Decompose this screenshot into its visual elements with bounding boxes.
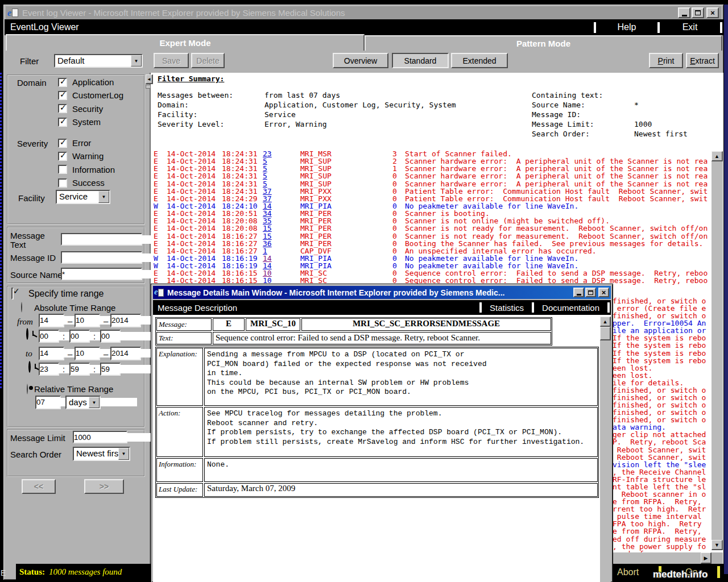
checkbox[interactable] [58,91,67,100]
scrollbar-track[interactable] [600,340,611,582]
chevron-down-icon[interactable] [118,448,129,460]
checkbox[interactable] [58,139,67,148]
tab-pattern-mode[interactable]: Pattern Mode [365,35,722,51]
message-severity: E [213,318,245,331]
checkbox-label: Error [72,138,91,148]
tab-label: Pattern Mode [516,39,570,48]
absolute-time-radio[interactable] [21,302,22,313]
popup-title-bar[interactable]: e Message Details Main Window - Microsof… [153,286,611,299]
summary-label: Messages between: [158,91,264,99]
chevron-down-icon[interactable] [98,191,109,203]
tab-expert-mode[interactable]: Expert Mode [6,34,365,51]
summary-line: Messages between:from last 07 days [158,91,456,101]
delete-button[interactable]: Delete [191,53,225,68]
log-text-fragment: RF-Infra structure le [613,476,711,483]
popup-vertical-scrollbar[interactable] [600,317,611,582]
standard-button[interactable]: Standard [392,53,449,68]
checkbox[interactable] [58,178,67,188]
search-order-value: Newest first [74,448,118,460]
save-button[interactable]: Save [154,53,189,68]
summary-label: Source Name: [532,101,634,109]
filter-select[interactable]: Default [54,54,143,68]
popup-body: Message: E MRI_SC_10 MRI_SC_SC_ERRORSEND… [153,315,611,582]
date-dash: – [68,349,72,359]
left-edge-artifact [0,73,2,389]
popup-close-button[interactable]: × [598,288,609,297]
source-name-field-wrap [61,268,142,280]
popup-tab-documentation[interactable]: Documentation [542,303,599,313]
previous-page-button[interactable]: << [22,479,56,494]
scrollbar-thumb[interactable] [600,327,611,340]
help-button[interactable]: Help [596,22,657,32]
checkbox-row: Information [58,163,115,176]
message-limit-wrap [73,431,127,443]
abort-button[interactable]: Abort [617,567,639,577]
close-button[interactable]: × [706,7,719,18]
checkbox[interactable] [58,78,67,87]
message-id-label: Message ID [10,253,56,263]
table-row: E 14-Oct-2014 18:24:31 5 MRI_SUP 0 Scann… [151,172,712,179]
summary-label: Containing text: [532,91,634,99]
message-detail-table: Explanation: Sending a message from MPCU… [155,347,599,498]
main-vertical-scrollbar[interactable] [712,151,723,550]
checkbox[interactable] [58,165,67,174]
action-text: See MPCU tracelog for messages detailing… [204,407,598,457]
facility-select[interactable]: Service [56,190,110,204]
app-header: EventLog Viewer Help Exit [5,19,723,35]
exit-button[interactable]: Exit [660,22,720,32]
watermark: medteh.info [653,569,708,580]
minimize-button[interactable] [678,7,690,18]
extract-button[interactable]: Extract [686,53,719,68]
popup-tab-statistics[interactable]: Statistics [490,303,524,313]
maximize-button[interactable] [692,7,704,18]
summary-line: Domain:Application, Customer Log, Securi… [158,101,456,110]
specify-time-range-checkbox[interactable] [11,288,14,300]
scrollbar-track[interactable] [712,161,723,540]
relative-time-radio[interactable] [27,384,28,394]
popup-minimize-button[interactable] [573,288,584,297]
message-id-input[interactable] [62,253,163,262]
specify-time-range-label: Specify time range [28,289,104,299]
summary-line: Containing text: [532,91,688,101]
message-text-label: Message Text [10,231,57,250]
next-page-button[interactable]: >> [84,479,124,494]
separator [717,566,720,578]
collapse-panel-icon[interactable] [146,74,153,84]
relative-unit-select[interactable]: days [65,396,101,409]
checkbox-label: Application [72,77,114,87]
scroll-up-icon[interactable] [712,151,723,161]
message-text-cell: Sequence control error: Failed to send a… [405,276,708,285]
summary-label: Domain: [158,101,264,109]
message-id-field-wrap [61,251,142,264]
message-id-link[interactable]: 10 [263,276,272,285]
title-bar: e Event log Viewer - Microsoft Internet … [6,6,721,19]
checkbox[interactable] [58,118,67,127]
relative-time-label: Relative Time Range [34,384,113,394]
filter-value: Default [55,55,131,66]
print-button[interactable]: Print [649,53,683,68]
tab-label: Expert Mode [159,38,210,48]
checkbox[interactable] [58,104,67,113]
log-text-fragment: een lost. [613,372,711,379]
table-row: E 14-Oct-2014 18:24:31 23 MRI_MSR 3 Star… [151,149,712,157]
popup-nav-title: Message Description [158,303,237,313]
scroll-up-icon[interactable] [600,317,611,327]
button-label: Print [658,56,675,65]
message-text-input[interactable] [62,235,163,244]
severity-label: Severity [17,139,48,148]
overview-button[interactable]: Overview [333,53,388,68]
table-row: E 14-Oct-2014 18:16:27 15 MRI_PER 0 Scan… [151,232,712,239]
checkbox[interactable] [58,152,67,161]
right-edge-artifact [724,5,728,574]
scroll-down-icon[interactable] [712,540,723,550]
search-order-select[interactable]: Newest first [73,447,130,461]
popup-maximize-button[interactable] [585,288,596,297]
chevron-down-icon[interactable] [89,397,100,408]
chevron-down-icon[interactable] [131,55,142,66]
scroll-right-icon[interactable] [701,552,712,564]
extended-button[interactable]: Extended [451,53,508,68]
from-year-wrap [110,314,141,327]
date-dash: – [104,349,108,359]
source-name-input[interactable] [62,270,163,278]
time-colon: : [93,331,96,341]
